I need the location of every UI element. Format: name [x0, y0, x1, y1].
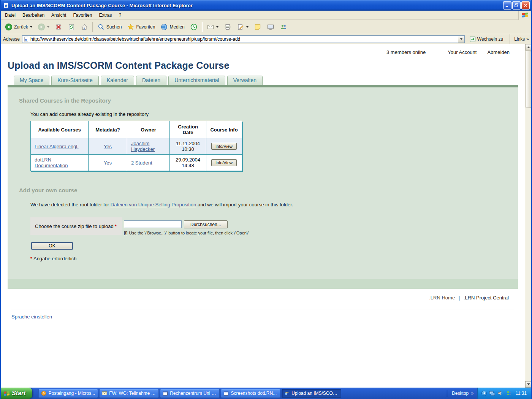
- language-settings-link[interactable]: Sprache einstellen: [11, 314, 52, 320]
- info-view-button[interactable]: Info/View: [211, 143, 237, 150]
- tab-unterrichtsmaterial[interactable]: Unterrichtsmaterial: [168, 76, 225, 85]
- logout-link[interactable]: Abmelden: [487, 49, 510, 55]
- metadata-link[interactable]: Yes: [104, 160, 112, 166]
- back-button[interactable]: Zurück: [2, 22, 35, 32]
- menu-datei[interactable]: Datei: [2, 11, 19, 19]
- zip-file-input[interactable]: [124, 220, 182, 228]
- window-icon: [223, 391, 229, 396]
- menu-hilfe[interactable]: ?: [115, 11, 125, 19]
- task-upload-active[interactable]: e Upload an IMS/SCOR...: [282, 389, 341, 398]
- stop-icon: [55, 23, 62, 31]
- lrn-project-central-link[interactable]: .LRN Project Central: [464, 295, 509, 301]
- edit-dropdown-icon: [246, 26, 249, 28]
- owner-link[interactable]: 2 Student: [131, 160, 152, 166]
- menu-extras[interactable]: Extras: [95, 11, 115, 19]
- monitor-icon: [267, 23, 274, 31]
- desktop-toolbar[interactable]: Desktop »: [448, 388, 477, 399]
- close-button[interactable]: [521, 1, 530, 10]
- root-folder-text-before: We have detected the root folder for: [30, 202, 109, 207]
- back-label: Zurück: [14, 24, 28, 30]
- table-row: Linear Algebra engl. Yes Joachim Haydeck…: [31, 138, 242, 155]
- tab-verwalten[interactable]: Verwalten: [227, 76, 263, 85]
- tab-dateien[interactable]: Dateien: [136, 76, 166, 85]
- edit-button[interactable]: [234, 22, 251, 32]
- minimize-button[interactable]: [503, 1, 511, 10]
- creation-time: 10:30: [174, 146, 202, 152]
- hide-tray-icons-button[interactable]: [481, 391, 487, 396]
- address-input[interactable]: [30, 36, 458, 42]
- toolbar-separator: [92, 22, 93, 32]
- forward-button[interactable]: [35, 22, 52, 32]
- members-online-text: 3 members online: [386, 49, 426, 55]
- links-chevron: »: [526, 36, 529, 42]
- links-toolbar[interactable]: Links »: [514, 36, 530, 42]
- task-screenshots[interactable]: Screenshots dotLRN...: [221, 389, 280, 398]
- start-button[interactable]: Start: [1, 388, 32, 399]
- creation-time: 14:48: [174, 163, 202, 168]
- tab-kurs-startseite[interactable]: Kurs-Startseite: [51, 76, 99, 85]
- search-button[interactable]: Suchen: [95, 22, 125, 32]
- required-asterisk: *: [115, 223, 117, 229]
- upload-label-box: Choose the course zip file to upload *: [30, 217, 122, 235]
- home-icon: [81, 23, 88, 31]
- notes-button[interactable]: [251, 22, 264, 32]
- owner-link[interactable]: Joachim Haydecker: [131, 141, 155, 152]
- search-label: Suchen: [106, 24, 122, 30]
- restore-button[interactable]: [512, 1, 521, 10]
- media-button[interactable]: Medien: [158, 22, 187, 32]
- root-folder-link[interactable]: Dateien von Unique Selling Proposition: [111, 202, 196, 207]
- scroll-up-button[interactable]: [525, 44, 532, 51]
- address-dropdown-button[interactable]: [458, 36, 464, 43]
- tab-my-space[interactable]: My Space: [14, 76, 49, 85]
- upload-field-label: Choose the course zip file to upload: [35, 223, 114, 229]
- media-globe-icon: [160, 23, 168, 31]
- lrn-home-link[interactable]: .LRN Home: [429, 295, 455, 301]
- home-button[interactable]: [78, 22, 91, 32]
- stop-button[interactable]: [52, 22, 65, 32]
- header-metadata: Metadata?: [89, 121, 127, 138]
- history-button[interactable]: [187, 22, 200, 32]
- browse-button[interactable]: Durchsuchen...: [184, 220, 228, 228]
- header-course-info: Course Info: [206, 121, 242, 138]
- address-dropdown-icon: [460, 38, 462, 40]
- refresh-icon: [68, 23, 75, 31]
- go-button[interactable]: Wechseln zu: [467, 35, 506, 43]
- back-icon: [5, 23, 13, 31]
- menu-bearbeiten[interactable]: Bearbeiten: [19, 11, 48, 19]
- desktop-chevron: »: [471, 391, 473, 396]
- mail-button[interactable]: [204, 22, 221, 32]
- fullscreen-button[interactable]: [264, 22, 277, 32]
- address-label: Adresse: [3, 36, 20, 42]
- messenger-button[interactable]: [277, 22, 290, 32]
- refresh-button[interactable]: [65, 22, 78, 32]
- course-link[interactable]: dotLRN Documentation: [35, 157, 68, 168]
- volume-tray-icon[interactable]: [497, 390, 504, 396]
- metadata-link[interactable]: Yes: [104, 144, 112, 149]
- vertical-scrollbar[interactable]: [525, 44, 531, 388]
- scroll-up-icon: [527, 46, 530, 48]
- address-bar: Adresse e Wechseln zu Links »: [1, 34, 531, 44]
- task-rechenzentrum[interactable]: Rechenzentrum Uni K...: [160, 389, 220, 398]
- scroll-down-button[interactable]: [525, 381, 532, 388]
- network-tray-icon[interactable]: [489, 390, 495, 396]
- menu-favoriten[interactable]: Favoriten: [70, 11, 95, 19]
- course-link[interactable]: Linear Algebra engl.: [35, 144, 79, 149]
- tab-kalender[interactable]: Kalender: [101, 76, 134, 85]
- messenger-tray-icon[interactable]: [506, 390, 512, 396]
- your-account-link[interactable]: Your Account: [448, 49, 477, 55]
- creation-date: 11.11.2004: [174, 141, 202, 146]
- ok-button[interactable]: OK: [31, 242, 73, 250]
- task-label: Upload an IMS/SCOR...: [291, 391, 339, 396]
- task-mail-message[interactable]: FW: WG: Teilnahme v...: [99, 389, 159, 398]
- menu-ansicht[interactable]: Ansicht: [48, 11, 70, 19]
- task-posteingang[interactable]: Posteingang - Micros...: [38, 389, 98, 398]
- tray-chevron-icon: [483, 392, 485, 394]
- scrollbar-thumb[interactable]: [526, 51, 531, 108]
- address-field: e: [22, 35, 465, 43]
- taskbar-clock[interactable]: 11:31: [516, 391, 527, 396]
- footer-divider: [11, 309, 514, 309]
- favorites-button[interactable]: Favoriten: [124, 22, 158, 32]
- print-button[interactable]: [221, 22, 234, 32]
- member-bar: 3 members online Your Account Abmelden: [1, 44, 525, 55]
- info-view-button[interactable]: Info/View: [211, 159, 237, 166]
